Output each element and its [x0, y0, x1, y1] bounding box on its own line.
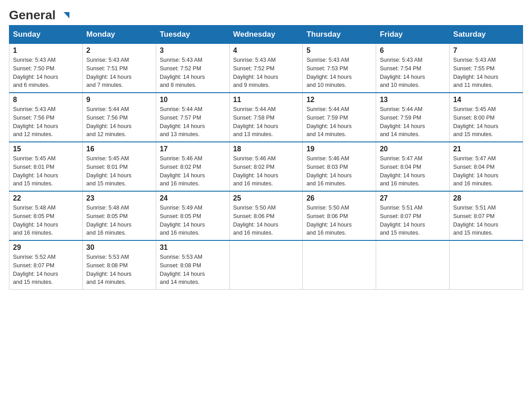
empty-cell: [303, 240, 376, 290]
day-info: Sunrise: 5:43 AM Sunset: 7:56 PM Dayligh…: [13, 105, 79, 139]
day-info: Sunrise: 5:50 AM Sunset: 8:06 PM Dayligh…: [233, 204, 299, 237]
day-cell-22: 22 Sunrise: 5:48 AM Sunset: 8:05 PM Dayl…: [9, 191, 83, 240]
day-cell-29: 29 Sunrise: 5:52 AM Sunset: 8:07 PM Dayl…: [9, 240, 83, 290]
day-cell-19: 19 Sunrise: 5:46 AM Sunset: 8:03 PM Dayl…: [303, 142, 376, 191]
day-info: Sunrise: 5:51 AM Sunset: 8:07 PM Dayligh…: [453, 204, 519, 237]
logo: General: [9, 9, 71, 21]
day-number: 4: [233, 47, 299, 55]
day-number: 14: [453, 96, 519, 104]
day-cell-20: 20 Sunrise: 5:47 AM Sunset: 8:04 PM Dayl…: [376, 142, 450, 191]
week-row-2: 8 Sunrise: 5:43 AM Sunset: 7:56 PM Dayli…: [9, 93, 523, 142]
day-info: Sunrise: 5:49 AM Sunset: 8:05 PM Dayligh…: [160, 204, 226, 237]
day-info: Sunrise: 5:43 AM Sunset: 7:52 PM Dayligh…: [233, 56, 299, 90]
day-cell-4: 4 Sunrise: 5:43 AM Sunset: 7:52 PM Dayli…: [229, 44, 303, 93]
day-number: 6: [380, 47, 446, 55]
calendar-table: SundayMondayTuesdayWednesdayThursdayFrid…: [9, 25, 523, 290]
header-monday: Monday: [82, 26, 156, 44]
day-cell-23: 23 Sunrise: 5:48 AM Sunset: 8:05 PM Dayl…: [82, 191, 156, 240]
day-cell-31: 31 Sunrise: 5:53 AM Sunset: 8:08 PM Dayl…: [156, 240, 229, 290]
day-number: 28: [453, 194, 519, 202]
day-cell-27: 27 Sunrise: 5:51 AM Sunset: 8:07 PM Dayl…: [376, 191, 450, 240]
day-cell-12: 12 Sunrise: 5:44 AM Sunset: 7:59 PM Dayl…: [303, 93, 376, 142]
week-row-1: 1 Sunrise: 5:43 AM Sunset: 7:50 PM Dayli…: [9, 44, 523, 93]
day-cell-14: 14 Sunrise: 5:45 AM Sunset: 8:00 PM Dayl…: [450, 93, 523, 142]
day-info: Sunrise: 5:43 AM Sunset: 7:55 PM Dayligh…: [453, 56, 519, 90]
day-info: Sunrise: 5:44 AM Sunset: 7:59 PM Dayligh…: [306, 105, 372, 139]
day-info: Sunrise: 5:44 AM Sunset: 7:56 PM Dayligh…: [86, 105, 152, 139]
header-sunday: Sunday: [9, 26, 83, 44]
day-cell-25: 25 Sunrise: 5:50 AM Sunset: 8:06 PM Dayl…: [229, 191, 303, 240]
day-cell-11: 11 Sunrise: 5:44 AM Sunset: 7:58 PM Dayl…: [229, 93, 303, 142]
day-number: 8: [13, 96, 79, 104]
day-info: Sunrise: 5:44 AM Sunset: 7:57 PM Dayligh…: [160, 105, 226, 139]
day-info: Sunrise: 5:47 AM Sunset: 8:04 PM Dayligh…: [453, 154, 519, 188]
day-cell-28: 28 Sunrise: 5:51 AM Sunset: 8:07 PM Dayl…: [450, 191, 523, 240]
day-cell-24: 24 Sunrise: 5:49 AM Sunset: 8:05 PM Dayl…: [156, 191, 229, 240]
logo-triangle-icon: [61, 10, 71, 20]
header-saturday: Saturday: [450, 26, 523, 44]
day-info: Sunrise: 5:47 AM Sunset: 8:04 PM Dayligh…: [380, 154, 446, 188]
day-number: 19: [306, 145, 372, 153]
day-number: 25: [233, 194, 299, 202]
day-info: Sunrise: 5:48 AM Sunset: 8:05 PM Dayligh…: [86, 204, 152, 237]
day-number: 3: [160, 47, 226, 55]
day-info: Sunrise: 5:51 AM Sunset: 8:07 PM Dayligh…: [380, 204, 446, 237]
day-cell-5: 5 Sunrise: 5:43 AM Sunset: 7:53 PM Dayli…: [303, 44, 376, 93]
empty-cell: [376, 240, 450, 290]
day-info: Sunrise: 5:45 AM Sunset: 8:01 PM Dayligh…: [13, 154, 79, 188]
week-row-4: 22 Sunrise: 5:48 AM Sunset: 8:05 PM Dayl…: [9, 191, 523, 240]
day-number: 7: [453, 47, 519, 55]
day-info: Sunrise: 5:43 AM Sunset: 7:54 PM Dayligh…: [380, 56, 446, 90]
day-info: Sunrise: 5:44 AM Sunset: 7:58 PM Dayligh…: [233, 105, 299, 139]
day-number: 17: [160, 145, 226, 153]
day-cell-13: 13 Sunrise: 5:44 AM Sunset: 7:59 PM Dayl…: [376, 93, 450, 142]
day-number: 12: [306, 96, 372, 104]
day-number: 13: [380, 96, 446, 104]
page-header: General: [9, 9, 523, 21]
day-cell-30: 30 Sunrise: 5:53 AM Sunset: 8:08 PM Dayl…: [82, 240, 156, 290]
day-info: Sunrise: 5:44 AM Sunset: 7:59 PM Dayligh…: [380, 105, 446, 139]
day-number: 23: [86, 194, 152, 202]
day-cell-15: 15 Sunrise: 5:45 AM Sunset: 8:01 PM Dayl…: [9, 142, 83, 191]
day-number: 18: [233, 145, 299, 153]
day-number: 26: [306, 194, 372, 202]
day-number: 21: [453, 145, 519, 153]
day-number: 11: [233, 96, 299, 104]
day-info: Sunrise: 5:50 AM Sunset: 8:06 PM Dayligh…: [306, 204, 372, 237]
header-friday: Friday: [376, 26, 450, 44]
day-number: 30: [86, 244, 152, 252]
day-cell-21: 21 Sunrise: 5:47 AM Sunset: 8:04 PM Dayl…: [450, 142, 523, 191]
header-wednesday: Wednesday: [229, 26, 303, 44]
day-cell-9: 9 Sunrise: 5:44 AM Sunset: 7:56 PM Dayli…: [82, 93, 156, 142]
day-cell-16: 16 Sunrise: 5:45 AM Sunset: 8:01 PM Dayl…: [82, 142, 156, 191]
day-info: Sunrise: 5:53 AM Sunset: 8:08 PM Dayligh…: [160, 253, 226, 287]
logo-main-text: General: [9, 9, 61, 21]
day-cell-2: 2 Sunrise: 5:43 AM Sunset: 7:51 PM Dayli…: [82, 44, 156, 93]
day-number: 10: [160, 96, 226, 104]
day-number: 16: [86, 145, 152, 153]
day-number: 1: [13, 47, 79, 55]
day-number: 5: [306, 47, 372, 55]
day-info: Sunrise: 5:53 AM Sunset: 8:08 PM Dayligh…: [86, 253, 152, 287]
day-info: Sunrise: 5:43 AM Sunset: 7:52 PM Dayligh…: [160, 56, 226, 90]
day-cell-26: 26 Sunrise: 5:50 AM Sunset: 8:06 PM Dayl…: [303, 191, 376, 240]
day-number: 22: [13, 194, 79, 202]
week-row-5: 29 Sunrise: 5:52 AM Sunset: 8:07 PM Dayl…: [9, 240, 523, 290]
day-cell-18: 18 Sunrise: 5:46 AM Sunset: 8:02 PM Dayl…: [229, 142, 303, 191]
empty-cell: [450, 240, 523, 290]
calendar-header-row: SundayMondayTuesdayWednesdayThursdayFrid…: [9, 26, 523, 44]
day-cell-6: 6 Sunrise: 5:43 AM Sunset: 7:54 PM Dayli…: [376, 44, 450, 93]
day-info: Sunrise: 5:46 AM Sunset: 8:02 PM Dayligh…: [160, 154, 226, 188]
day-info: Sunrise: 5:45 AM Sunset: 8:00 PM Dayligh…: [453, 105, 519, 139]
day-info: Sunrise: 5:45 AM Sunset: 8:01 PM Dayligh…: [86, 154, 152, 188]
day-number: 29: [13, 244, 79, 252]
day-cell-3: 3 Sunrise: 5:43 AM Sunset: 7:52 PM Dayli…: [156, 44, 229, 93]
day-info: Sunrise: 5:43 AM Sunset: 7:51 PM Dayligh…: [86, 56, 152, 90]
day-number: 2: [86, 47, 152, 55]
header-thursday: Thursday: [303, 26, 376, 44]
day-number: 27: [380, 194, 446, 202]
day-number: 9: [86, 96, 152, 104]
day-number: 15: [13, 145, 79, 153]
svg-marker-0: [64, 12, 69, 18]
day-number: 20: [380, 145, 446, 153]
